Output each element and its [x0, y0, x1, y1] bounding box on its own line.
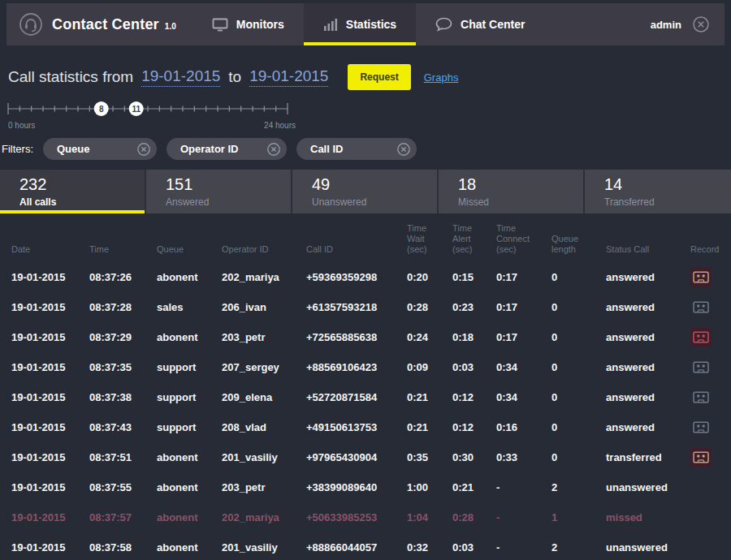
cell-time: 08:37:35	[78, 361, 145, 373]
cell-queue: abonent	[145, 481, 210, 493]
cell-date: 19-01-2015	[0, 391, 78, 403]
tab-statistics[interactable]: Statistics	[304, 3, 416, 45]
cell-time: 08:37:43	[78, 421, 145, 433]
table-header-row: DateTimeQueueOperator IDCall IDTime Wait…	[0, 215, 731, 262]
cell-alert: 0:12	[441, 421, 485, 433]
date-to-picker[interactable]: 19-01-2015	[249, 67, 328, 87]
cell-date: 19-01-2015	[0, 421, 78, 433]
column-header-date: Date	[0, 244, 78, 255]
cell-status: missed	[595, 511, 679, 523]
slider-min-label: 0 hours	[8, 121, 35, 130]
summary-card-unanswered[interactable]: 49Unanswered	[292, 170, 439, 213]
cell-connect: 0:33	[485, 451, 540, 463]
summary-label: Answered	[166, 196, 291, 208]
stats-header: Call statistics from 19-01-2015 to 19-01…	[8, 64, 731, 90]
summary-card-missed[interactable]: 18Missed	[439, 170, 585, 213]
tab-chat-center[interactable]: Chat Center	[416, 3, 544, 45]
cell-connect: 0:16	[485, 421, 540, 433]
app-version: 1.0	[165, 22, 176, 31]
cell-call_id: +61357593218	[295, 301, 396, 313]
cell-operator: 207_sergey	[210, 361, 295, 373]
cell-operator: 201_vasiliy	[210, 541, 295, 554]
cell-date: 19-01-2015	[0, 481, 78, 493]
cell-call_id: +97965430904	[295, 451, 396, 463]
date-from-picker[interactable]: 19-01-2015	[141, 67, 220, 87]
cell-call_id: +88569106423	[295, 361, 396, 373]
cell-record	[679, 418, 731, 437]
table-row: 19-01-201508:37:38support209_elena+52720…	[0, 382, 731, 412]
cell-connect: -	[485, 541, 540, 554]
record-playback-icon[interactable]	[690, 418, 712, 437]
cell-call_id: +38399089640	[295, 481, 396, 493]
cell-queue_len: 2	[540, 541, 595, 554]
summary-value: 232	[19, 175, 145, 194]
cell-status: answered	[595, 331, 679, 343]
slider-max-label: 24 hours	[264, 121, 296, 130]
cell-record	[679, 268, 731, 286]
slider-track[interactable]: 811	[2, 100, 301, 119]
tab-monitors[interactable]: Monitors	[192, 3, 304, 45]
remove-filter-icon[interactable]	[136, 142, 151, 157]
cell-alert: 0:03	[441, 361, 485, 373]
cell-wait: 0:35	[396, 451, 441, 463]
cell-queue_len: 0	[540, 331, 595, 343]
filter-chip-call-id[interactable]: Call ID	[296, 138, 417, 160]
cell-call_id: +72565885638	[295, 331, 396, 343]
record-playback-icon[interactable]	[690, 268, 712, 286]
summary-value: 151	[166, 175, 291, 194]
remove-filter-icon[interactable]	[396, 142, 411, 157]
summary-card-transferred[interactable]: 14Transferred	[585, 170, 731, 213]
cell-operator: 203_petr	[210, 481, 295, 493]
svg-text:11: 11	[132, 105, 141, 114]
column-header-record: Record	[679, 244, 731, 255]
cell-record	[679, 448, 731, 467]
filter-chip-operator-id[interactable]: Operator ID	[167, 138, 287, 160]
request-button[interactable]: Request	[348, 64, 410, 90]
header-text-to: to	[228, 68, 241, 86]
cell-status: answered	[595, 421, 679, 433]
cell-queue: support	[145, 421, 210, 433]
table-row: 19-01-201508:37:43support208_vlad+491506…	[0, 412, 731, 442]
table-row: 19-01-201508:37:28sales206_ivan+61357593…	[0, 292, 731, 322]
summary-card-answered[interactable]: 151Answered	[146, 170, 292, 213]
time-range-slider[interactable]: 811 0 hours 24 hours	[2, 100, 301, 130]
cell-call_id: +49150613753	[295, 421, 396, 433]
filter-chip-queue[interactable]: Queue	[43, 138, 157, 160]
slider-handle-high[interactable]: 11	[129, 101, 144, 116]
graphs-link[interactable]: Graphs	[424, 71, 459, 84]
record-playback-icon[interactable]	[690, 358, 712, 377]
cell-time: 08:37:55	[78, 481, 145, 493]
filter-chip-label: Call ID	[310, 143, 343, 155]
table-row: 19-01-201508:37:51abonent201_vasiliy+979…	[0, 442, 731, 472]
header-text: Call statistics from	[8, 68, 133, 86]
cell-queue: abonent	[145, 331, 210, 343]
cell-status: answered	[595, 271, 679, 283]
cell-wait: 1:04	[396, 511, 441, 523]
calls-table: DateTimeQueueOperator IDCall IDTime Wait…	[0, 215, 731, 560]
filter-chip-label: Operator ID	[180, 143, 239, 155]
cell-queue_len: 0	[540, 391, 595, 403]
slider-handle-low[interactable]: 8	[94, 101, 109, 116]
record-playback-icon[interactable]	[690, 388, 712, 407]
record-playback-icon[interactable]	[690, 298, 712, 317]
cell-call_id: +59369359298	[295, 271, 396, 283]
cell-date: 19-01-2015	[0, 331, 78, 343]
logout-icon[interactable]	[692, 15, 710, 33]
cell-queue_len: 2	[540, 481, 595, 493]
cell-status: unanswered	[595, 481, 679, 493]
record-playback-icon[interactable]	[690, 328, 712, 347]
record-playback-icon[interactable]	[690, 448, 712, 467]
summary-card-all-calls[interactable]: 232All calls	[0, 170, 146, 213]
cell-queue_len: 0	[540, 301, 595, 313]
cell-status: transferred	[595, 451, 679, 463]
cell-record	[679, 328, 731, 347]
cell-queue: abonent	[145, 451, 210, 463]
tab-label: Monitors	[236, 18, 284, 31]
remove-filter-icon[interactable]	[266, 142, 281, 157]
cell-operator: 201_vasiliy	[210, 451, 295, 463]
cell-date: 19-01-2015	[0, 511, 78, 523]
cell-alert: 0:21	[441, 481, 485, 493]
cell-time: 08:37:58	[78, 541, 145, 554]
summary-value: 49	[312, 175, 437, 194]
cell-record	[679, 388, 731, 407]
